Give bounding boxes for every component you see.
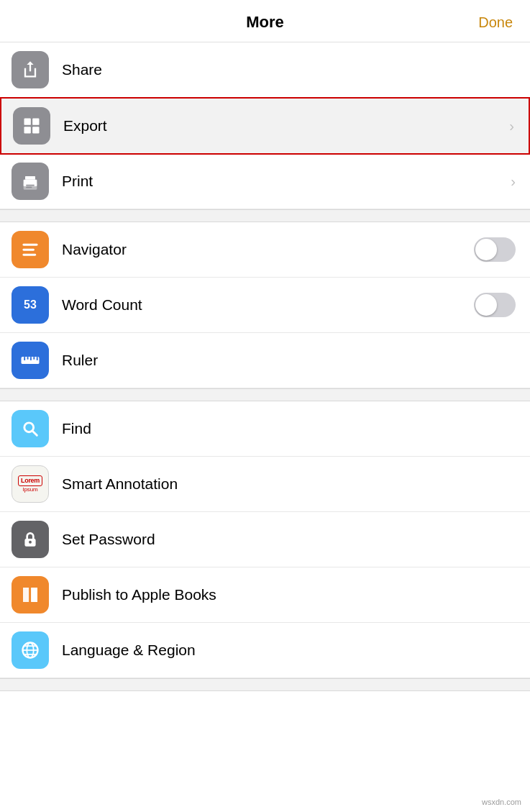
menu-item-smart-annotation[interactable]: Lorem Ipsum Smart Annotation xyxy=(0,457,530,512)
set-password-icon xyxy=(12,521,49,558)
ipsum-text: Ipsum xyxy=(23,486,38,493)
print-chevron: › xyxy=(511,173,516,190)
lorem-text: Lorem xyxy=(18,475,42,486)
menu-item-navigator[interactable]: Navigator xyxy=(0,222,530,278)
share-icon xyxy=(12,51,49,88)
print-icon xyxy=(12,163,49,200)
publish-apple-books-icon xyxy=(12,576,49,613)
menu-item-set-password[interactable]: Set Password xyxy=(0,512,530,567)
menu-item-word-count[interactable]: 53 Word Count xyxy=(0,278,530,333)
watermark: wsxdn.com xyxy=(482,798,521,806)
navigator-toggle[interactable] xyxy=(474,237,516,262)
svg-rect-3 xyxy=(32,127,39,133)
svg-rect-17 xyxy=(37,357,38,360)
find-label: Find xyxy=(62,420,516,437)
svg-rect-8 xyxy=(26,187,32,188)
navigator-toggle-knob xyxy=(475,239,497,260)
set-password-label: Set Password xyxy=(62,531,516,548)
svg-rect-23 xyxy=(31,588,37,602)
word-count-toggle[interactable] xyxy=(474,293,516,317)
print-label: Print xyxy=(62,173,505,190)
word-count-label: Word Count xyxy=(62,296,468,314)
done-button[interactable]: Done xyxy=(478,14,513,31)
svg-rect-1 xyxy=(32,119,39,125)
section-divider-1 xyxy=(0,209,530,222)
svg-rect-11 xyxy=(23,254,37,256)
svg-rect-14 xyxy=(27,357,29,360)
ruler-icon xyxy=(12,342,49,379)
svg-rect-13 xyxy=(24,357,25,360)
export-chevron: › xyxy=(509,118,514,134)
smart-annotation-label: Smart Annotation xyxy=(62,475,516,493)
ruler-label: Ruler xyxy=(62,352,516,369)
share-label: Share xyxy=(62,61,516,78)
header: More Done xyxy=(0,0,530,42)
find-icon xyxy=(12,410,49,447)
word-count-toggle-knob xyxy=(475,294,497,316)
page-title: More xyxy=(246,13,284,32)
svg-rect-7 xyxy=(26,185,35,186)
svg-point-21 xyxy=(29,541,32,544)
menu-item-publish-apple-books[interactable]: Publish to Apple Books xyxy=(0,567,530,623)
section-divider-3 xyxy=(0,678,530,691)
menu-item-share[interactable]: Share xyxy=(0,42,530,98)
svg-rect-16 xyxy=(33,357,35,360)
menu-item-language-region[interactable]: Language & Region xyxy=(0,623,530,678)
svg-rect-5 xyxy=(25,176,35,180)
language-region-icon xyxy=(12,631,49,669)
export-label: Export xyxy=(63,117,503,134)
publish-apple-books-label: Publish to Apple Books xyxy=(62,586,516,603)
navigator-icon xyxy=(12,231,49,268)
svg-rect-10 xyxy=(23,249,35,251)
smart-annotation-icon: Lorem Ipsum xyxy=(12,465,49,503)
word-count-icon: 53 xyxy=(12,286,49,324)
svg-line-19 xyxy=(32,431,37,435)
svg-rect-9 xyxy=(23,244,38,246)
menu-item-export[interactable]: Export › xyxy=(0,97,530,155)
section-divider-2 xyxy=(0,388,530,401)
menu-item-print[interactable]: Print › xyxy=(0,154,530,209)
svg-rect-22 xyxy=(23,588,29,602)
navigator-label: Navigator xyxy=(62,241,468,258)
svg-rect-0 xyxy=(24,119,31,125)
language-region-label: Language & Region xyxy=(62,642,516,659)
menu-item-ruler[interactable]: Ruler xyxy=(0,333,530,388)
menu-item-find[interactable]: Find xyxy=(0,401,530,457)
svg-rect-2 xyxy=(24,127,31,133)
menu-list: Share Export › Print › xyxy=(0,42,530,691)
export-icon xyxy=(13,107,50,145)
svg-rect-15 xyxy=(30,357,32,360)
